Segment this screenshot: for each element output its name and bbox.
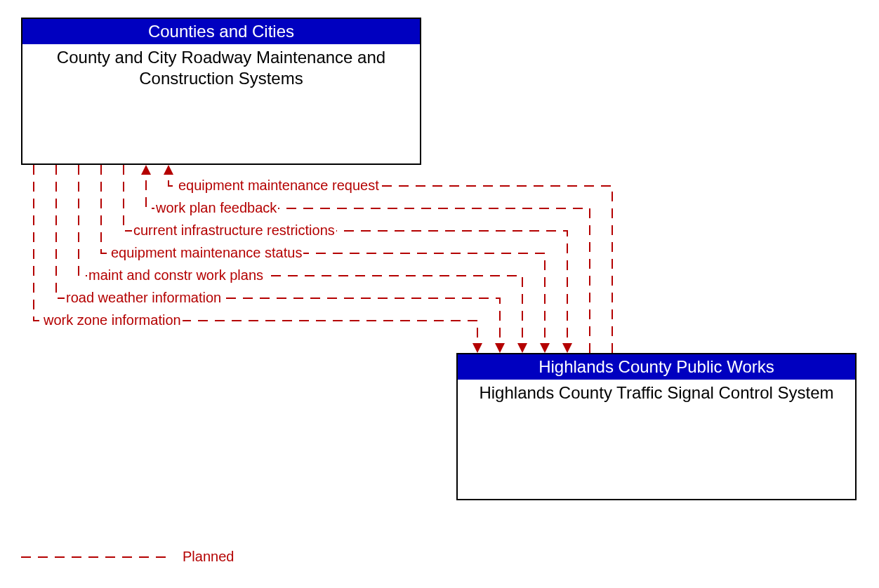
svg-marker-3 <box>540 343 550 353</box>
svg-marker-1 <box>141 165 151 175</box>
flow-label-maint-and-constr-work-plans: maint and constr work plans <box>87 267 265 283</box>
svg-marker-4 <box>517 343 527 353</box>
flow-label-equipment-maintenance-status: equipment maintenance status <box>110 245 303 261</box>
node-county-city-body: County and City Roadway Maintenance and … <box>22 44 420 89</box>
svg-marker-2 <box>562 343 572 353</box>
node-county-city-header: Counties and Cities <box>22 19 420 44</box>
flow-label-work-plan-feedback: work plan feedback <box>154 200 278 216</box>
node-highlands-tscs: Highlands County Public Works Highlands … <box>456 353 857 500</box>
svg-marker-0 <box>164 165 173 175</box>
flow-label-equipment-maintenance-request: equipment maintenance request <box>177 178 381 194</box>
flow-label-road-weather-information: road weather information <box>65 290 223 306</box>
node-county-city-rmc: Counties and Cities County and City Road… <box>21 18 421 165</box>
flow-label-work-zone-information: work zone information <box>42 312 183 328</box>
legend-planned-label: Planned <box>183 549 234 565</box>
svg-marker-5 <box>495 343 505 353</box>
flow-label-current-infrastructure-restrictions: current infrastructure restrictions <box>132 222 336 239</box>
node-highlands-body: Highlands County Traffic Signal Control … <box>458 380 855 403</box>
svg-marker-6 <box>472 343 482 353</box>
node-highlands-header: Highlands County Public Works <box>458 354 855 380</box>
